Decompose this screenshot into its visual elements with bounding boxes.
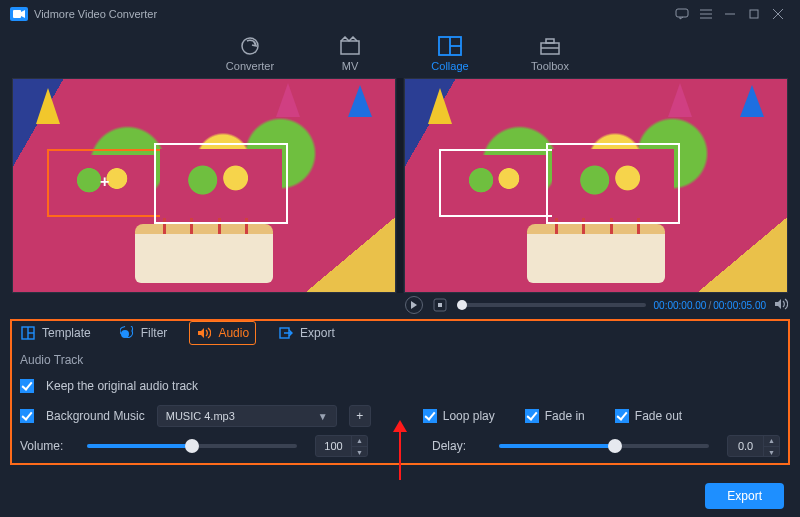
loop-label: Loop play — [443, 409, 495, 423]
spin-down[interactable]: ▼ — [351, 446, 367, 457]
volume-label: Volume: — [20, 439, 69, 453]
volume-input[interactable]: 100 ▲▼ — [315, 435, 368, 457]
volume-slider[interactable] — [87, 444, 297, 448]
opt-loop-play[interactable]: Loop play — [423, 409, 495, 423]
feedback-icon[interactable] — [670, 4, 694, 24]
row-sliders: Volume: 100 ▲▼ Delay: 0.0 ▲▼ — [20, 433, 780, 459]
checkbox-keep-original[interactable] — [20, 379, 34, 393]
delay-label: Delay: — [432, 439, 481, 453]
svg-marker-25 — [198, 328, 204, 338]
editor-pane[interactable] — [12, 78, 396, 293]
checkbox-fade-out[interactable] — [615, 409, 629, 423]
collage-slot-1[interactable] — [47, 149, 162, 217]
top-nav: Converter MV Collage Toolbox — [0, 28, 800, 78]
timecode: 00:00:00.00/00:00:05.00 — [654, 300, 766, 311]
nav-collage[interactable]: Collage — [420, 31, 480, 75]
export-button[interactable]: Export — [705, 483, 784, 509]
export-icon — [278, 325, 294, 341]
nav-converter[interactable]: Converter — [220, 31, 280, 75]
nav-label: MV — [342, 60, 359, 72]
preview-controls: 00:00:00.00/00:00:05.00 — [0, 293, 800, 317]
delay-slider[interactable] — [499, 444, 709, 448]
pane-divider[interactable] — [397, 78, 403, 293]
delay-input[interactable]: 0.0 ▲▼ — [727, 435, 780, 457]
stop-button[interactable] — [431, 296, 449, 314]
checkbox-loop[interactable] — [423, 409, 437, 423]
svg-rect-1 — [676, 9, 688, 17]
svg-point-24 — [121, 330, 129, 338]
checkbox-bg-music[interactable] — [20, 409, 34, 423]
footer: Export — [0, 475, 800, 517]
add-music-button[interactable]: + — [349, 405, 371, 427]
checkbox-fade-in[interactable] — [525, 409, 539, 423]
opt-fade-in[interactable]: Fade in — [525, 409, 585, 423]
tab-label: Export — [300, 326, 335, 340]
tab-audio[interactable]: Audio — [189, 321, 256, 345]
preview-slot-1 — [439, 149, 554, 217]
audio-panel: Audio Track Keep the original audio trac… — [10, 353, 790, 459]
titlebar: Vidmore Video Converter — [0, 0, 800, 28]
svg-rect-10 — [341, 41, 359, 54]
play-button[interactable] — [405, 296, 423, 314]
tab-label: Template — [42, 326, 91, 340]
audio-icon — [196, 325, 212, 341]
tab-label: Filter — [141, 326, 168, 340]
app-logo — [10, 7, 28, 21]
spin-down[interactable]: ▼ — [763, 446, 779, 457]
nav-label: Collage — [431, 60, 468, 72]
tab-export[interactable]: Export — [272, 322, 341, 344]
spin-up[interactable]: ▲ — [763, 435, 779, 446]
keep-original-label: Keep the original audio track — [46, 379, 198, 393]
bg-music-select[interactable]: MUSIC 4.mp3 ▼ — [157, 405, 337, 427]
delay-value: 0.0 — [728, 440, 763, 452]
workspace — [0, 78, 800, 293]
spin-up[interactable]: ▲ — [351, 435, 367, 446]
opt-fade-out[interactable]: Fade out — [615, 409, 682, 423]
app-title: Vidmore Video Converter — [34, 8, 157, 20]
fade-in-label: Fade in — [545, 409, 585, 423]
template-icon — [20, 325, 36, 341]
collage-slot-2[interactable] — [154, 143, 288, 224]
row-keep-original: Keep the original audio track — [20, 373, 780, 399]
bg-music-value: MUSIC 4.mp3 — [166, 410, 235, 422]
svg-rect-6 — [750, 10, 758, 18]
converter-icon — [237, 35, 263, 57]
toolbox-icon — [537, 35, 563, 57]
tab-label: Audio — [218, 326, 249, 340]
svg-marker-17 — [411, 301, 417, 309]
volume-icon[interactable] — [774, 298, 788, 312]
fade-out-label: Fade out — [635, 409, 682, 423]
preview-scrubber[interactable] — [457, 303, 646, 307]
close-button[interactable] — [766, 4, 790, 24]
nav-label: Converter — [226, 60, 274, 72]
time-current: 00:00:00.00 — [654, 300, 707, 311]
preview-pane — [404, 78, 788, 293]
svg-rect-15 — [546, 39, 554, 43]
time-total: 00:00:05.00 — [713, 300, 766, 311]
svg-rect-19 — [438, 303, 442, 307]
minimize-button[interactable] — [718, 4, 742, 24]
nav-label: Toolbox — [531, 60, 569, 72]
nav-mv[interactable]: MV — [320, 31, 380, 75]
volume-value: 100 — [316, 440, 351, 452]
preview-slot-2 — [546, 143, 680, 224]
bg-music-label: Background Music — [46, 409, 145, 423]
filter-icon — [119, 325, 135, 341]
tab-filter[interactable]: Filter — [113, 322, 174, 344]
maximize-button[interactable] — [742, 4, 766, 24]
svg-rect-0 — [13, 10, 21, 18]
sub-tabs: Template Filter Audio Export — [0, 317, 800, 349]
svg-marker-20 — [775, 299, 781, 309]
panel-title: Audio Track — [20, 353, 780, 367]
nav-toolbox[interactable]: Toolbox — [520, 31, 580, 75]
collage-icon — [437, 35, 463, 57]
row-bg-music: Background Music MUSIC 4.mp3 ▼ + Loop pl… — [20, 403, 780, 429]
chevron-down-icon: ▼ — [318, 411, 328, 422]
menu-icon[interactable] — [694, 4, 718, 24]
mv-icon — [337, 35, 363, 57]
tab-template[interactable]: Template — [14, 322, 97, 344]
